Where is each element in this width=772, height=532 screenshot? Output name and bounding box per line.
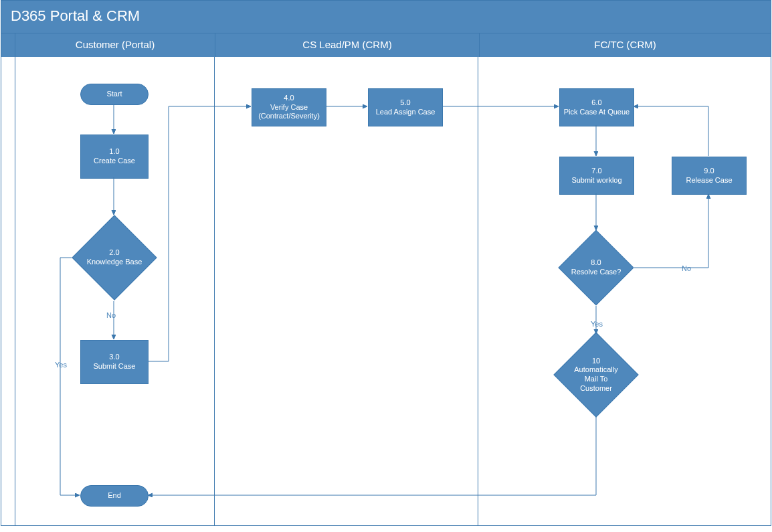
edge-label-resolve-yes: Yes	[589, 320, 604, 328]
node-verify-case: 4.0 Verify Case (Contract/Severity)	[252, 88, 326, 126]
node-create-case: 1.0 Create Case	[80, 135, 149, 179]
lane-fc-tc-header: FC/TC (CRM)	[479, 33, 771, 57]
node-submit-case: 3.0 Submit Case	[80, 340, 149, 384]
node-mail-customer: 10 Automatically Mail To Customer	[566, 345, 626, 405]
lane-customer-header: Customer (Portal)	[15, 33, 215, 57]
edge-label-kb-yes: Yes	[54, 361, 68, 369]
node-end: End	[80, 485, 149, 507]
edge-label-kb-no: No	[105, 311, 117, 319]
lane-cs-lead-header: CS Lead/PM (CRM)	[215, 33, 479, 57]
node-submit-worklog: 7.0 Submit worklog	[559, 157, 634, 195]
node-lead-assign-case: 5.0 Lead Assign Case	[368, 88, 443, 126]
edge-label-resolve-no: No	[680, 264, 692, 272]
node-pick-case: 6.0 Pick Case At Queue	[559, 88, 634, 126]
swimlane-header: Customer (Portal) CS Lead/PM (CRM) FC/TC…	[1, 33, 771, 57]
diagram-title: D365 Portal & CRM	[1, 0, 771, 33]
diagram-canvas: Start 1.0 Create Case 2.0 Knowledge Base…	[1, 57, 771, 526]
node-knowledge-base: 2.0 Knowledge Base	[84, 228, 144, 288]
node-resolve-case: 8.0 Resolve Case?	[569, 241, 623, 294]
node-release-case: 9.0 Release Case	[672, 157, 747, 195]
node-start: Start	[80, 84, 149, 105]
